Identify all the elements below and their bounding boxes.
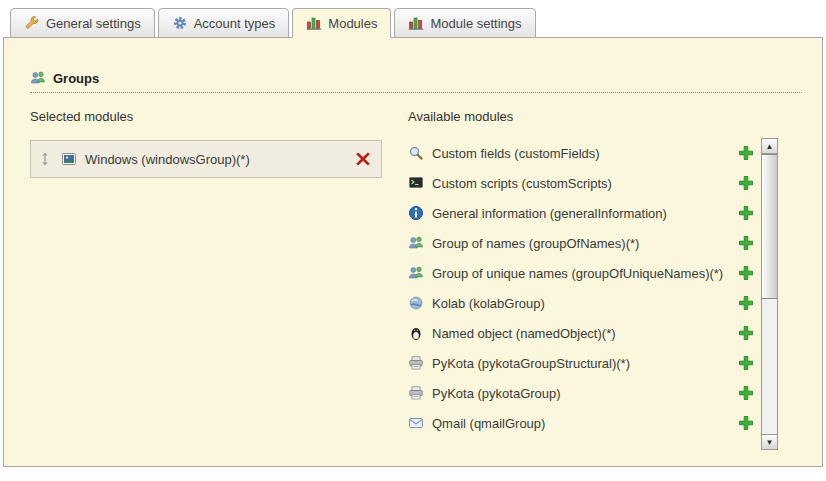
- available-module-label: PyKota (pykotaGroupStructural)(*): [432, 356, 730, 371]
- add-module-button[interactable]: [738, 145, 754, 161]
- available-module-row: Qmail (qmailGroup): [408, 408, 754, 438]
- available-module-row: PyKota (pykotaGroupStructural)(*): [408, 348, 754, 378]
- available-module-label: General information (generalInformation): [432, 206, 730, 221]
- selected-modules-heading: Selected modules: [30, 109, 382, 124]
- add-module-button[interactable]: [738, 325, 754, 341]
- available-module-row: PyKota (pykotaGroup): [408, 378, 754, 408]
- kolab-icon: [408, 295, 424, 311]
- available-module-label: Group of names (groupOfNames)(*): [432, 236, 730, 251]
- columns: Selected modules Windows (windowsGroup)(…: [30, 109, 800, 450]
- gear-icon: [172, 15, 188, 31]
- add-module-button[interactable]: [738, 175, 754, 191]
- mail-icon: [408, 415, 424, 431]
- info-icon: [408, 205, 424, 221]
- available-module-label: Kolab (kolabGroup): [432, 296, 730, 311]
- available-module-label: Custom scripts (customScripts): [432, 176, 730, 191]
- add-module-button[interactable]: [738, 205, 754, 221]
- chart-icon: [306, 15, 322, 31]
- scroll-up-button[interactable]: [762, 139, 777, 154]
- tab-module-settings[interactable]: Module settings: [394, 8, 535, 38]
- windows-icon: [61, 151, 77, 167]
- available-module-row: General information (generalInformation): [408, 198, 754, 228]
- available-modules-listbox: Custom fields (customFields)Custom scrip…: [408, 138, 800, 450]
- printer-icon: [408, 355, 424, 371]
- scroll-down-button[interactable]: [762, 434, 777, 449]
- add-module-button[interactable]: [738, 295, 754, 311]
- groups-icon: [408, 235, 424, 251]
- available-modules-column: Available modules Custom fields (customF…: [408, 109, 800, 450]
- groups-icon: [408, 265, 424, 281]
- penguin-icon: [408, 325, 424, 341]
- section-title: Groups: [53, 71, 99, 86]
- scroll-thumb[interactable]: [762, 154, 777, 299]
- available-module-label: Custom fields (customFields): [432, 146, 730, 161]
- groups-icon: [30, 70, 46, 86]
- available-modules-heading: Available modules: [408, 109, 800, 124]
- terminal-icon: [408, 175, 424, 191]
- selected-module-row: Windows (windowsGroup)(*): [30, 140, 382, 178]
- add-module-button[interactable]: [738, 415, 754, 431]
- selected-modules-column: Selected modules Windows (windowsGroup)(…: [30, 109, 382, 450]
- tab-account-types[interactable]: Account types: [158, 8, 290, 38]
- tab-label: General settings: [46, 16, 141, 31]
- tab-modules[interactable]: Modules: [292, 8, 391, 38]
- scroll-track[interactable]: [762, 299, 777, 434]
- available-module-row: Kolab (kolabGroup): [408, 288, 754, 318]
- available-module-row: Custom scripts (customScripts): [408, 168, 754, 198]
- available-module-row: Group of names (groupOfNames)(*): [408, 228, 754, 258]
- tab-general-settings[interactable]: General settings: [10, 8, 155, 38]
- selected-modules-list: Windows (windowsGroup)(*): [30, 140, 382, 178]
- add-module-button[interactable]: [738, 355, 754, 371]
- settings-panel: Groups Selected modules Windows (windows…: [3, 37, 823, 467]
- available-module-row: Named object (namedObject)(*): [408, 318, 754, 348]
- available-module-label: PyKota (pykotaGroup): [432, 386, 730, 401]
- tab-bar: General settingsAccount typesModulesModu…: [0, 0, 826, 37]
- available-module-label: Named object (namedObject)(*): [432, 326, 730, 341]
- available-module-label: Group of unique names (groupOfUniqueName…: [432, 266, 730, 281]
- tab-label: Account types: [194, 16, 276, 31]
- scrollbar[interactable]: [761, 138, 778, 450]
- tab-label: Modules: [328, 16, 377, 31]
- remove-module-button[interactable]: [355, 151, 371, 167]
- add-module-button[interactable]: [738, 235, 754, 251]
- chart-icon: [408, 15, 424, 31]
- available-modules-list: Custom fields (customFields)Custom scrip…: [408, 138, 754, 438]
- available-module-row: Custom fields (customFields): [408, 138, 754, 168]
- printer-icon: [408, 385, 424, 401]
- section-heading: Groups: [30, 70, 802, 93]
- wrench-icon: [24, 15, 40, 31]
- magnifier-icon: [408, 145, 424, 161]
- tab-label: Module settings: [430, 16, 521, 31]
- add-module-button[interactable]: [738, 385, 754, 401]
- add-module-button[interactable]: [738, 265, 754, 281]
- available-module-row: Group of unique names (groupOfUniqueName…: [408, 258, 754, 288]
- available-module-label: Qmail (qmailGroup): [432, 416, 730, 431]
- selected-module-label: Windows (windowsGroup)(*): [85, 152, 347, 167]
- drag-handle-icon[interactable]: [37, 151, 53, 167]
